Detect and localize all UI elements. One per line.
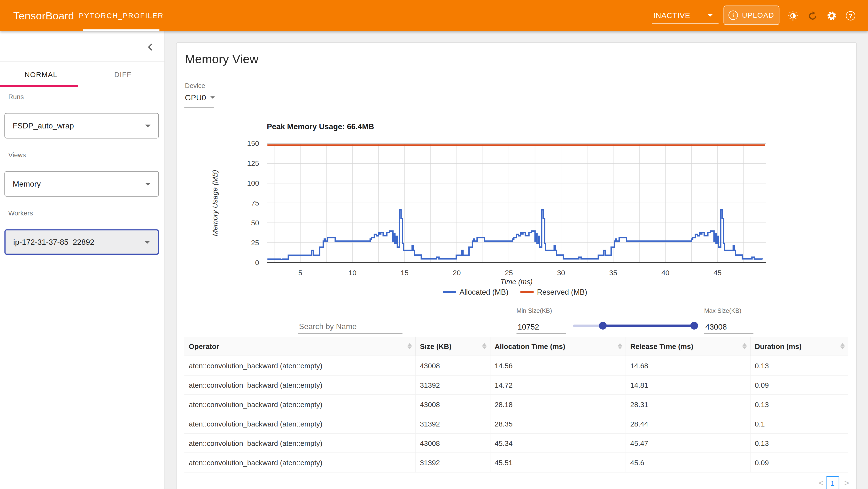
sort-icon[interactable] [742,343,746,349]
max-size-input[interactable] [704,320,753,334]
y-tick-label: 125 [247,159,259,167]
column-header-label: Release Time (ms) [630,342,693,350]
sort-icon[interactable] [407,343,411,349]
table-cell: aten::convolution_backward (aten::empty) [184,356,415,375]
pagination-page-1[interactable]: 1 [826,477,839,489]
workers-label: Workers [8,209,33,217]
table-cell: 45.6 [626,453,750,472]
views-select-value: Memory [13,179,41,189]
table-cell: 43008 [415,356,490,375]
refresh-icon[interactable] [808,11,817,23]
sort-icon[interactable] [840,343,845,349]
table-row: aten::convolution_backward (aten::empty)… [184,453,848,472]
x-tick-label: 35 [609,269,617,277]
table-cell: 0.13 [750,433,848,453]
sidebar: NORMAL DIFF Runs FSDP_auto_wrap Views Me… [0,31,165,489]
runs-select[interactable]: FSDP_auto_wrap [4,113,159,138]
sidebar-tab-indicator [0,85,78,87]
table-cell: 0.1 [750,414,848,433]
table-cell: aten::convolution_backward (aten::empty) [184,395,415,414]
table-cell: 43008 [415,395,490,414]
chevron-down-icon[interactable] [707,14,713,17]
table-row: aten::convolution_backward (aten::empty)… [184,414,848,433]
table-header-row: OperatorSize (KB)Allocation Time (ms)Rel… [184,337,848,356]
x-tick-label: 15 [401,269,409,277]
app-toolbar: TensorBoard PYTORCH_PROFILER INACTIVE i … [0,0,868,31]
views-select[interactable]: Memory [4,171,159,197]
x-tick-label: 20 [453,269,461,277]
column-header-label: Allocation Time (ms) [495,342,565,350]
y-tick-label: 0 [255,259,259,266]
column-header-label: Operator [189,342,219,350]
column-header-label: Size (KB) [420,342,452,350]
workers-select-value: ip-172-31-37-85_22892 [13,238,94,247]
sort-icon[interactable] [618,343,622,349]
table-row: aten::convolution_backward (aten::empty)… [184,356,848,375]
tensorboard-logo: TensorBoard [13,10,74,22]
runs-select-value: FSDP_auto_wrap [13,121,74,131]
sort-icon[interactable] [482,343,486,349]
upload-button[interactable]: i UPLOAD [723,6,779,25]
column-header-4: Duration (ms) [750,337,848,356]
column-header-0: Operator [184,337,415,356]
y-tick-label: 25 [251,239,259,247]
table-cell: 45.47 [626,433,750,453]
table-cell: 31392 [415,414,490,433]
table-cell: 14.56 [490,356,626,375]
column-header-3: Release Time (ms) [626,337,750,356]
memory-view-card: Memory View Device GPU0 Peak Memory Usag… [176,42,857,489]
theme-toggle-icon[interactable] [788,10,798,23]
info-icon: i [729,10,738,20]
table-cell: 14.68 [626,356,750,375]
size-slider-range[interactable] [603,324,694,327]
table-cell: 28.44 [626,414,750,433]
tab-pytorch-profiler[interactable]: PYTORCH_PROFILER [83,0,159,31]
table-cell: 0.09 [750,453,848,472]
table-cell: aten::convolution_backward (aten::empty) [184,433,415,453]
series-allocated-line [268,210,763,260]
column-header-2: Allocation Time (ms) [490,337,626,356]
size-slider-min-handle[interactable] [599,322,607,329]
table-cell: 28.18 [490,395,626,414]
run-status-select[interactable]: INACTIVE [653,11,690,20]
table-cell: aten::convolution_backward (aten::empty) [184,414,415,433]
settings-gear-icon[interactable] [827,10,837,23]
y-tick-label: 150 [247,139,259,147]
max-size-label: Max Size(KB) [704,308,741,314]
size-slider-max-handle[interactable] [690,322,698,329]
chevron-down-icon [145,182,151,185]
chevron-down-icon [145,241,150,243]
pagination-prev-icon[interactable]: < [819,477,824,489]
min-size-label: Min Size(KB) [517,308,552,314]
search-input[interactable] [298,318,403,334]
runs-label: Runs [8,93,24,101]
chevron-down-icon [145,124,151,127]
active-tab-indicator [83,29,159,31]
y-tick-label: 100 [247,179,259,187]
min-size-input[interactable] [517,320,566,334]
run-status-underline [652,23,719,24]
table-row: aten::convolution_backward (aten::empty)… [184,433,848,453]
tab-normal[interactable]: NORMAL [0,62,82,87]
table-cell: 0.13 [750,395,848,414]
table-cell: 0.13 [750,356,848,375]
workers-select[interactable]: ip-172-31-37-85_22892 [4,229,159,255]
table-row: aten::convolution_backward (aten::empty)… [184,375,848,395]
operator-table: OperatorSize (KB)Allocation Time (ms)Rel… [184,337,848,472]
column-header-label: Duration (ms) [755,342,802,350]
table-cell: 31392 [415,453,490,472]
pagination-next-icon[interactable]: > [844,477,849,489]
column-header-1: Size (KB) [415,337,490,356]
x-tick-label: 5 [299,269,303,277]
memory-usage-chart: 025507510012515051015202530354045Memory … [177,42,857,303]
x-tick-label: 45 [713,269,721,277]
table-cell: 45.51 [490,453,626,472]
table-cell: 14.81 [626,375,750,395]
legend-allocated-label: Allocated (MB) [459,288,508,296]
table-cell: 0.09 [750,375,848,395]
collapse-sidebar-icon[interactable] [146,42,155,54]
table-cell: aten::convolution_backward (aten::empty) [184,453,415,472]
tab-diff[interactable]: DIFF [82,62,164,87]
help-icon[interactable]: ? [846,11,856,21]
views-label: Views [8,151,26,159]
